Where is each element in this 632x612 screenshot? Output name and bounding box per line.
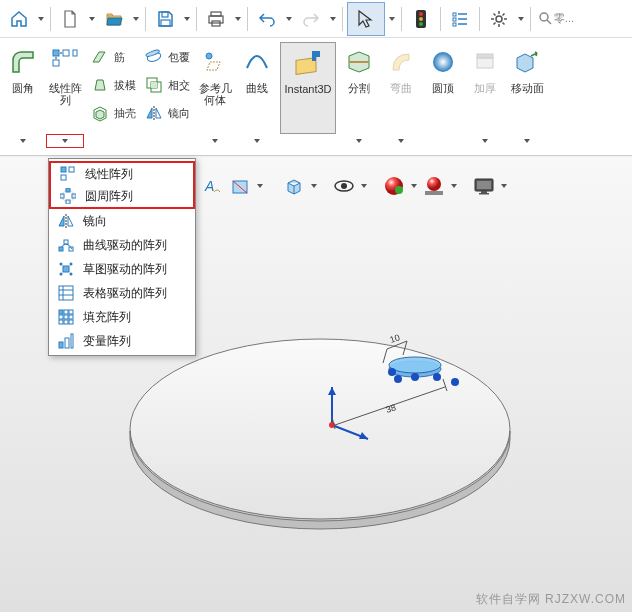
fillet-dropdown[interactable] [4, 134, 42, 148]
render-button[interactable] [471, 173, 497, 199]
home-button[interactable] [4, 4, 34, 34]
thicken-dropdown[interactable] [466, 134, 504, 148]
gear-icon [489, 9, 509, 29]
linear-pattern-icon [51, 48, 79, 76]
open-dropdown[interactable] [131, 17, 141, 21]
section-view[interactable] [227, 173, 253, 199]
ref-geometry-dropdown[interactable] [196, 134, 234, 148]
draft-button[interactable]: 拔模 [86, 72, 140, 98]
open-button[interactable] [99, 4, 129, 34]
linear-pattern-button[interactable]: 线性阵 列 [46, 42, 84, 134]
svg-rect-64 [69, 320, 73, 324]
svg-rect-51 [63, 266, 69, 272]
wrap-button[interactable]: 包覆 [140, 44, 194, 70]
ribbon: 圆角 线性阵 列 筋 拔模 抽壳 包覆 相交 镜向 参考几 何体 曲线 [0, 38, 632, 156]
search-button[interactable]: 零... [535, 4, 575, 34]
dd-variable-pattern[interactable]: 变量阵列 [49, 329, 195, 353]
rib-button[interactable]: 筋 [86, 44, 140, 70]
dd-mirror-label: 镜向 [83, 213, 107, 230]
section-dropdown[interactable] [255, 184, 265, 188]
ref-geometry-button[interactable]: 参考几 何体 [196, 42, 234, 134]
svg-rect-9 [453, 13, 456, 16]
hide-show-dropdown[interactable] [359, 184, 369, 188]
undo-button[interactable] [252, 4, 282, 34]
new-button[interactable] [55, 4, 85, 34]
svg-point-81 [130, 347, 510, 527]
list-button[interactable] [445, 4, 475, 34]
save-button[interactable] [150, 4, 180, 34]
shell-button[interactable]: 抽壳 [86, 100, 140, 126]
instant3d-button[interactable]: Instant3D [280, 42, 336, 134]
svg-rect-65 [59, 342, 63, 348]
dd-curve-driven[interactable]: 曲线驱动的阵列 [49, 233, 195, 257]
fillet-icon [9, 48, 37, 76]
undo-dropdown[interactable] [284, 17, 294, 21]
svg-rect-11 [453, 23, 456, 26]
mirror-button[interactable]: 镜向 [140, 100, 194, 126]
select-button[interactable] [347, 2, 385, 36]
appearance[interactable] [381, 173, 407, 199]
redo-dropdown[interactable] [328, 17, 338, 21]
svg-line-95 [387, 341, 407, 349]
svg-rect-67 [71, 334, 73, 348]
appearance-dropdown[interactable] [409, 184, 419, 188]
intersect-label: 相交 [168, 78, 190, 93]
intersect-icon [145, 76, 163, 94]
svg-rect-10 [453, 18, 456, 21]
scene[interactable] [421, 173, 447, 199]
bend-dropdown[interactable] [382, 134, 420, 148]
settings-dropdown[interactable] [516, 17, 526, 21]
instant3d-icon [292, 47, 324, 79]
curve-dropdown[interactable] [238, 134, 276, 148]
dome-button[interactable]: 圆顶 [424, 42, 462, 134]
render-dropdown[interactable] [499, 184, 509, 188]
display-dropdown[interactable] [309, 184, 319, 188]
linear-pattern-dropdown[interactable] [46, 134, 84, 148]
hide-show[interactable] [331, 173, 357, 199]
shell-label: 抽壳 [114, 106, 136, 121]
ref-geometry-icon [201, 48, 229, 76]
display-style[interactable] [281, 173, 307, 199]
move-face-dropdown[interactable] [508, 134, 546, 148]
dd-table-driven[interactable]: 表格驱动的阵列 [49, 281, 195, 305]
text-tool[interactable]: A [199, 173, 225, 199]
dd-sketch-driven-label: 草图驱动的阵列 [83, 261, 167, 278]
svg-point-82 [130, 339, 510, 519]
svg-rect-34 [477, 54, 493, 58]
select-dropdown[interactable] [387, 17, 397, 21]
save-dropdown[interactable] [182, 17, 192, 21]
fillet-label: 圆角 [12, 82, 34, 94]
svg-rect-60 [64, 315, 68, 319]
curve-button[interactable]: 曲线 [238, 42, 276, 134]
split-dropdown[interactable] [340, 134, 378, 148]
rebuild-button[interactable] [406, 4, 436, 34]
svg-rect-79 [481, 191, 487, 193]
svg-rect-20 [53, 60, 59, 66]
svg-rect-59 [59, 315, 63, 319]
redo-button[interactable] [296, 4, 326, 34]
intersect-button[interactable]: 相交 [140, 72, 194, 98]
dd-sketch-driven[interactable]: 草图驱动的阵列 [49, 257, 195, 281]
shell-icon [91, 104, 109, 122]
bend-button[interactable]: 弯曲 [382, 42, 420, 134]
dd-table-driven-label: 表格驱动的阵列 [83, 285, 167, 302]
thicken-button[interactable]: 加厚 [466, 42, 504, 134]
new-dropdown[interactable] [87, 17, 97, 21]
dd-mirror[interactable]: 镜向 [49, 209, 195, 233]
print-button[interactable] [201, 4, 231, 34]
move-face-button[interactable]: 移动面 [508, 42, 546, 134]
split-button[interactable]: 分割 [340, 42, 378, 134]
svg-point-8 [419, 22, 423, 26]
draft-label: 拔模 [114, 78, 136, 93]
print-dropdown[interactable] [233, 17, 243, 21]
settings-button[interactable] [484, 4, 514, 34]
dd-fill-pattern[interactable]: 填充阵列 [49, 305, 195, 329]
svg-line-100 [443, 379, 447, 391]
scene-dropdown[interactable] [449, 184, 459, 188]
curve-icon [243, 48, 271, 76]
dd-linear-pattern[interactable]: 线性阵列 [49, 161, 195, 185]
wrap-label: 包覆 [168, 50, 190, 65]
fillet-button[interactable]: 圆角 [4, 42, 42, 134]
dd-circular-pattern[interactable]: 圆周阵列 [49, 185, 195, 209]
home-dropdown[interactable] [36, 17, 46, 21]
